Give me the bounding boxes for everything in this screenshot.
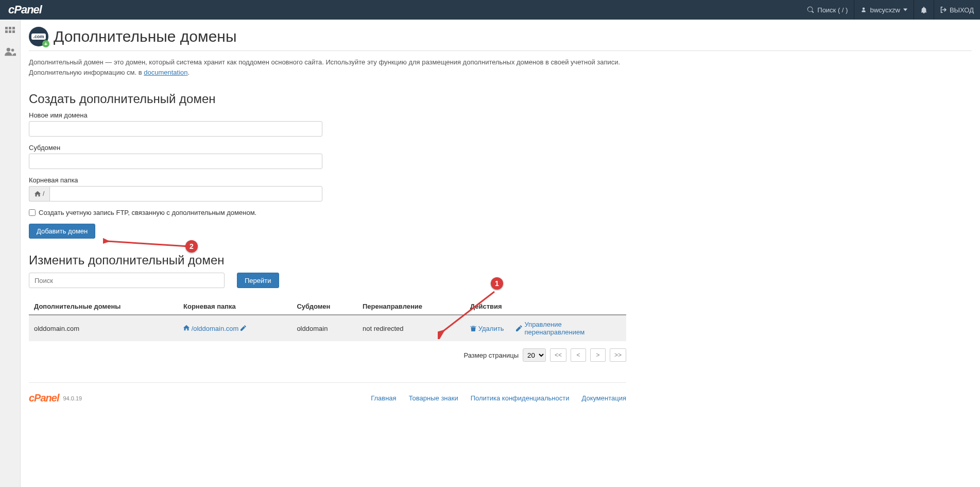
page-title: Дополнительные домены bbox=[54, 28, 236, 45]
footer-version: 94.0.19 bbox=[63, 395, 82, 401]
col-redirect: Перенаправление bbox=[357, 298, 465, 315]
svg-rect-0 bbox=[5, 27, 8, 29]
page-size-select[interactable]: 20 bbox=[523, 348, 546, 362]
svg-point-7 bbox=[11, 49, 14, 52]
col-sub: Субдомен bbox=[291, 298, 357, 315]
desc-text: Дополнительный домен — это домен, которы… bbox=[29, 58, 620, 76]
new-domain-label: Новое имя домена bbox=[29, 111, 972, 119]
footer-docs-link[interactable]: Документация bbox=[582, 394, 627, 402]
add-domain-button[interactable]: Добавить домен bbox=[29, 224, 95, 239]
notifications-button[interactable] bbox=[914, 0, 934, 20]
users-button[interactable] bbox=[4, 45, 16, 58]
col-root: Корневая папка bbox=[178, 298, 291, 315]
root-prefix: / bbox=[29, 186, 49, 201]
col-actions: Действия bbox=[465, 298, 626, 315]
search-icon bbox=[807, 6, 814, 13]
page-icon: .com + bbox=[29, 27, 48, 46]
table-row: olddomain.com /olddomain.com olddomain n… bbox=[29, 315, 626, 341]
cpanel-logo[interactable]: cPanel bbox=[0, 3, 50, 16]
plus-badge-icon: + bbox=[42, 40, 49, 47]
chevron-down-icon bbox=[903, 8, 907, 12]
search-trigger[interactable]: Поиск ( / ) bbox=[801, 0, 854, 20]
page-icon-text: .com bbox=[31, 33, 45, 40]
footer: cPanel 94.0.19 Главная Товарные знаки По… bbox=[29, 382, 626, 419]
root-folder-link[interactable]: /olddomain.com bbox=[183, 325, 246, 332]
svg-point-6 bbox=[6, 48, 10, 52]
footer-home-link[interactable]: Главная bbox=[371, 394, 396, 402]
page-size-label: Размер страницы bbox=[464, 351, 519, 359]
svg-rect-4 bbox=[9, 30, 11, 33]
edit-icon bbox=[516, 325, 522, 331]
user-icon bbox=[861, 7, 867, 13]
cell-redirect: not redirected bbox=[357, 315, 465, 341]
cell-domain: olddomain.com bbox=[29, 315, 178, 341]
delete-link[interactable]: Удалить bbox=[470, 321, 504, 336]
page-last-button[interactable]: >> bbox=[610, 348, 626, 362]
side-rail bbox=[0, 20, 21, 419]
footer-trademarks-link[interactable]: Товарные знаки bbox=[409, 394, 458, 402]
annotation-arrow-2 bbox=[103, 235, 201, 250]
page-prev-button[interactable]: < bbox=[571, 348, 586, 362]
bell-icon bbox=[920, 6, 927, 13]
edit-icon bbox=[240, 325, 246, 332]
page-title-row: .com + Дополнительные домены bbox=[29, 20, 972, 51]
svg-line-8 bbox=[107, 241, 188, 246]
col-addon: Дополнительные домены bbox=[29, 298, 178, 315]
home-icon bbox=[183, 325, 192, 332]
apps-grid-button[interactable] bbox=[4, 26, 16, 38]
footer-privacy-link[interactable]: Политика конфиденциальности bbox=[471, 394, 570, 402]
addon-domains-table: Дополнительные домены Корневая папка Суб… bbox=[29, 298, 626, 341]
logout-button[interactable]: ВЫХОД bbox=[934, 0, 980, 20]
annotation-badge-2: 2 bbox=[185, 240, 198, 253]
subdomain-label: Субдомен bbox=[29, 144, 972, 152]
manage-text: Управление перенаправлением bbox=[524, 321, 621, 336]
search-label: Поиск ( / ) bbox=[817, 6, 848, 14]
trash-icon bbox=[470, 325, 476, 331]
logout-icon bbox=[940, 7, 947, 13]
desc-post: . bbox=[188, 69, 190, 76]
root-path-text: /olddomain.com bbox=[192, 325, 239, 332]
modify-search-input[interactable] bbox=[29, 273, 225, 288]
home-icon bbox=[35, 191, 41, 197]
svg-rect-1 bbox=[9, 27, 11, 29]
svg-rect-3 bbox=[5, 30, 8, 33]
root-prefix-text: / bbox=[43, 190, 44, 197]
user-menu[interactable]: bwcycxzw bbox=[854, 0, 914, 20]
subdomain-input[interactable] bbox=[29, 154, 322, 169]
cell-subdomain: olddomain bbox=[291, 315, 357, 341]
logout-label: ВЫХОД bbox=[950, 6, 974, 14]
root-folder-label: Корневая папка bbox=[29, 176, 972, 184]
page-next-button[interactable]: > bbox=[590, 348, 606, 362]
users-icon bbox=[5, 47, 16, 56]
manage-redirect-link[interactable]: Управление перенаправлением bbox=[516, 321, 621, 336]
root-folder-input[interactable] bbox=[49, 186, 322, 201]
page-description: Дополнительный домен — это домен, которы… bbox=[29, 57, 626, 77]
svg-rect-5 bbox=[12, 30, 15, 33]
pagination: Размер страницы 20 << < > >> bbox=[29, 348, 626, 362]
documentation-link[interactable]: documentation bbox=[144, 69, 187, 76]
modify-heading: Изменить дополнительный домен bbox=[29, 253, 972, 267]
page-first-button[interactable]: << bbox=[550, 348, 566, 362]
create-heading: Создать дополнительный домен bbox=[29, 92, 972, 106]
create-ftp-checkbox[interactable] bbox=[29, 209, 36, 216]
modify-go-button[interactable]: Перейти bbox=[237, 273, 279, 288]
footer-logo: cPanel bbox=[29, 392, 59, 404]
top-header: cPanel Поиск ( / ) bwcycxzw ВЫХОД bbox=[0, 0, 980, 20]
grid-icon bbox=[5, 27, 15, 37]
username: bwcycxzw bbox=[870, 6, 900, 14]
new-domain-input[interactable] bbox=[29, 121, 322, 137]
svg-rect-2 bbox=[12, 27, 15, 29]
create-ftp-label: Создать учетную запись FTP, связанную с … bbox=[39, 209, 256, 216]
delete-text: Удалить bbox=[478, 325, 504, 332]
